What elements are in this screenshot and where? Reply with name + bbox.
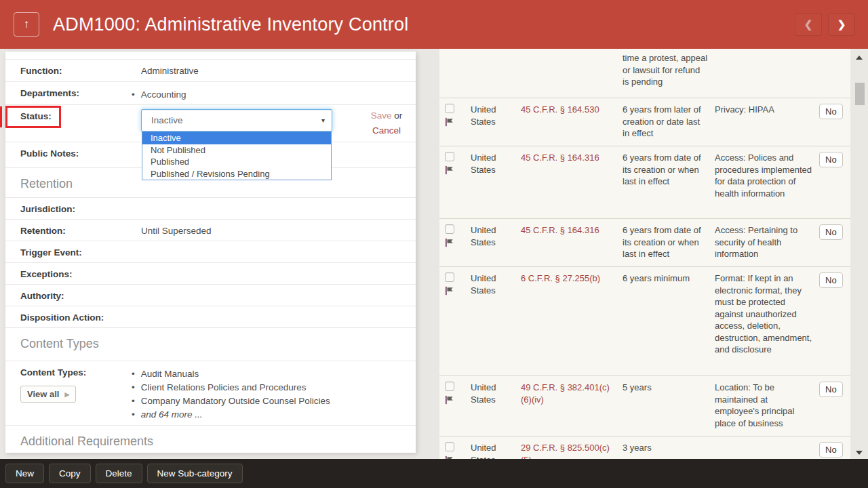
no-button[interactable]: No xyxy=(819,224,843,240)
status-selected-value: Inactive xyxy=(151,115,321,125)
departments-label: Departments: xyxy=(20,88,141,104)
new-button[interactable]: New xyxy=(5,464,44,483)
citation-retention: 6 years from later of creation or date l… xyxy=(623,104,715,140)
bottom-toolbar: New Copy Delete New Sub-category xyxy=(0,459,868,488)
status-dropdown-list: Inactive Not Published Published Publish… xyxy=(142,131,332,180)
view-all-label: View all xyxy=(27,389,59,399)
content-type-item: Client Relations Policies and Procedures xyxy=(132,381,410,394)
flag-icon xyxy=(445,165,454,175)
no-button[interactable]: No xyxy=(819,152,843,167)
app-header: ↑ ADM1000: Administrative Inventory Cont… xyxy=(0,0,868,49)
citation-jurisdiction: United States xyxy=(471,272,521,296)
no-button[interactable]: No xyxy=(819,442,843,458)
citation-retention: 6 years from date of its creation or whe… xyxy=(623,224,715,260)
citation-row: United States 6 C.F.R. § 27.255(b) 6 yea… xyxy=(439,267,850,376)
status-select[interactable]: Inactive ▾ xyxy=(141,109,332,131)
departments-row: Departments: Accounting xyxy=(5,82,416,105)
save-link[interactable]: Save xyxy=(371,110,392,121)
retention-value: Until Superseded xyxy=(141,226,410,241)
status-option-not-published[interactable]: Not Published xyxy=(142,144,331,157)
exceptions-label: Exceptions: xyxy=(20,269,141,284)
citation-description: Format: If kept in an electronic format,… xyxy=(715,272,818,356)
annotation-edge-mark xyxy=(0,106,2,127)
jurisdiction-label: Jurisdiction: xyxy=(20,204,141,219)
citation-jurisdiction: United States xyxy=(471,224,521,248)
chevron-left-icon: ❮ xyxy=(804,18,813,30)
citation-retention: 6 years from date of its creation or whe… xyxy=(623,152,715,188)
citation-description: Access: Polices and procedures implement… xyxy=(715,152,818,199)
vertical-scrollbar[interactable] xyxy=(850,49,868,459)
citation-link[interactable]: 45 C.F.R. § 164.530 xyxy=(521,104,623,116)
citation-retention: time a protest, appeal or lawsuit for re… xyxy=(623,52,715,88)
flag-icon xyxy=(445,238,454,247)
content-types-row: Content Types: View all ▶ Audit Manuals … xyxy=(5,361,416,426)
record-detail-panel: Function: Administrative Departments: Ac… xyxy=(5,52,416,453)
row-checkbox[interactable] xyxy=(445,224,454,234)
delete-button[interactable]: Delete xyxy=(96,464,142,483)
row-checkbox[interactable] xyxy=(445,152,454,161)
next-record-button[interactable]: ❯ xyxy=(828,13,855,36)
citation-row: United States 45 C.F.R. § 164.530 6 year… xyxy=(439,98,850,146)
citation-link[interactable]: 49 C.F.R. § 382.401(c)(6)(iv) xyxy=(521,382,623,405)
citations-panel: time a protest, appeal or lawsuit for re… xyxy=(439,49,850,488)
disposition-action-row: Disposition Action: xyxy=(5,306,416,328)
jurisdiction-row: Jurisdiction: xyxy=(5,198,416,220)
flag-icon xyxy=(445,286,454,296)
trigger-event-row: Trigger Event: xyxy=(5,241,416,263)
status-option-published-revisions-pending[interactable]: Published / Revisions Pending xyxy=(142,168,331,180)
page-title: ADM1000: Administrative Inventory Contro… xyxy=(53,14,795,35)
row-checkbox[interactable] xyxy=(445,272,454,282)
scroll-down-icon[interactable] xyxy=(856,451,863,455)
row-checkbox[interactable] xyxy=(445,104,454,113)
citation-description: Location: To be maintained at employee's… xyxy=(715,382,818,429)
scrollbar-thumb[interactable] xyxy=(855,83,865,105)
function-row: Function: Administrative xyxy=(5,60,416,82)
citation-link[interactable]: 6 C.F.R. § 27.255(b) xyxy=(521,272,623,285)
new-sub-category-button[interactable]: New Sub-category xyxy=(147,464,243,483)
play-arrow-icon: ▶ xyxy=(64,391,69,398)
retention-row: Retention: Until Superseded xyxy=(5,220,416,241)
chevron-right-icon: ❯ xyxy=(837,18,846,30)
flag-icon xyxy=(445,117,454,127)
content-types-section-heading: Content Types xyxy=(5,328,416,361)
row-checkbox[interactable] xyxy=(445,442,454,451)
status-label: Status: xyxy=(20,111,141,142)
cancel-link[interactable]: Cancel xyxy=(372,125,401,136)
citation-jurisdiction: United States xyxy=(471,104,521,127)
scroll-up-icon[interactable] xyxy=(856,56,863,60)
citation-link[interactable]: 45 C.F.R. § 164.316 xyxy=(521,224,623,237)
exceptions-row: Exceptions: xyxy=(5,263,416,285)
function-label: Function: xyxy=(20,66,141,81)
previous-record-button[interactable]: ❮ xyxy=(795,13,822,36)
status-row: Status: Inactive ▾ Save or Cancel Inacti… xyxy=(5,105,416,142)
up-arrow-button[interactable]: ↑ xyxy=(14,12,39,37)
citation-retention: 3 years xyxy=(623,442,715,454)
citation-description: Privacy: HIPAA xyxy=(715,104,818,116)
row-checkbox[interactable] xyxy=(445,382,454,391)
copy-button[interactable]: Copy xyxy=(49,464,91,483)
no-button[interactable]: No xyxy=(819,104,843,119)
no-button[interactable]: No xyxy=(819,382,843,397)
citation-row: United States 45 C.F.R. § 164.316 6 year… xyxy=(439,146,850,219)
up-arrow-icon: ↑ xyxy=(24,18,30,31)
authority-label: Authority: xyxy=(20,291,141,306)
citation-row-partial: time a protest, appeal or lawsuit for re… xyxy=(439,49,850,98)
public-notes-label: Public Notes: xyxy=(20,148,141,167)
content-type-item: Company Mandatory Outside Counsel Polici… xyxy=(132,394,410,408)
content-type-item: Audit Manuals xyxy=(132,367,410,381)
function-value: Administrative xyxy=(141,66,410,81)
citation-row: United States 45 C.F.R. § 164.316 6 year… xyxy=(439,219,850,267)
citation-jurisdiction: United States xyxy=(471,382,521,405)
row-divider xyxy=(5,52,416,60)
trigger-event-label: Trigger Event: xyxy=(20,247,141,262)
no-button[interactable]: No xyxy=(819,272,843,288)
flag-icon xyxy=(445,395,454,405)
additional-requirements-heading: Additional Requirements xyxy=(5,426,416,453)
content-types-label: Content Types: xyxy=(20,367,86,378)
citation-link[interactable]: 45 C.F.R. § 164.316 xyxy=(521,152,623,164)
citation-row: United States 49 C.F.R. § 382.401(c)(6)(… xyxy=(439,376,850,436)
view-all-button[interactable]: View all ▶ xyxy=(20,386,76,403)
disposition-action-label: Disposition Action: xyxy=(20,312,141,327)
status-option-inactive[interactable]: Inactive xyxy=(142,132,331,144)
status-option-published[interactable]: Published xyxy=(142,156,331,168)
